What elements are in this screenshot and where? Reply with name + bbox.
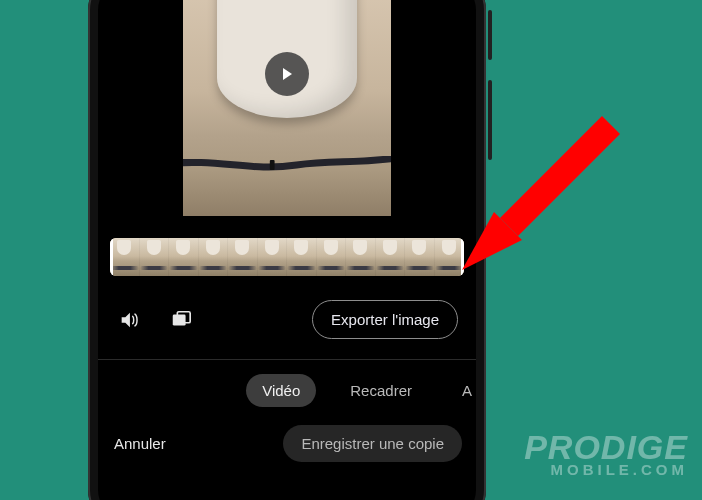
- frames-icon: [170, 309, 192, 331]
- play-icon: [279, 66, 295, 82]
- save-copy-button[interactable]: Enregistrer une copie: [283, 425, 462, 462]
- tab-crop[interactable]: Recadrer: [334, 374, 428, 407]
- video-timeline[interactable]: [110, 238, 464, 276]
- divider: [98, 359, 476, 360]
- timeline-thumb: [140, 238, 170, 276]
- play-button[interactable]: [265, 52, 309, 96]
- volume-button[interactable]: [116, 307, 142, 333]
- timeline-thumb: [346, 238, 376, 276]
- timeline-thumb: [405, 238, 435, 276]
- cancel-button[interactable]: Annuler: [110, 425, 170, 462]
- timeline-thumb: [258, 238, 288, 276]
- timeline-thumb: [199, 238, 229, 276]
- tab-video[interactable]: Vidéo: [246, 374, 316, 407]
- trim-handle-right[interactable]: [461, 238, 464, 276]
- tab-adjust[interactable]: A: [446, 374, 472, 407]
- screen: Exporter l'image Vidéo Recadrer A Annule…: [98, 0, 476, 500]
- bottom-bar: Annuler Enregistrer une copie: [98, 415, 476, 462]
- svg-rect-1: [173, 314, 186, 325]
- timeline-thumb: [110, 238, 140, 276]
- watermark: PRODIGE MOBILE.COM: [524, 432, 688, 476]
- svg-rect-0: [270, 160, 275, 170]
- watermark-line1: PRODIGE: [524, 432, 688, 463]
- video-preview: [98, 0, 476, 216]
- timeline-thumb: [317, 238, 347, 276]
- timeline-thumb: [435, 238, 465, 276]
- phone-frame: Exporter l'image Vidéo Recadrer A Annule…: [88, 0, 486, 500]
- watermark-line2: MOBILE.COM: [524, 463, 688, 477]
- timeline-thumb: [169, 238, 199, 276]
- volume-icon: [118, 309, 140, 331]
- edit-tabs: Vidéo Recadrer A: [98, 368, 476, 415]
- trim-handle-left[interactable]: [110, 238, 113, 276]
- frames-button[interactable]: [168, 307, 194, 333]
- svg-marker-4: [500, 116, 620, 236]
- timeline-thumb: [228, 238, 258, 276]
- timeline-thumb: [376, 238, 406, 276]
- video-frame[interactable]: [183, 0, 391, 216]
- timeline-container: [98, 216, 476, 286]
- export-frame-button[interactable]: Exporter l'image: [312, 300, 458, 339]
- controls-row: Exporter l'image: [98, 286, 476, 357]
- video-cable: [183, 156, 391, 174]
- timeline-thumb: [287, 238, 317, 276]
